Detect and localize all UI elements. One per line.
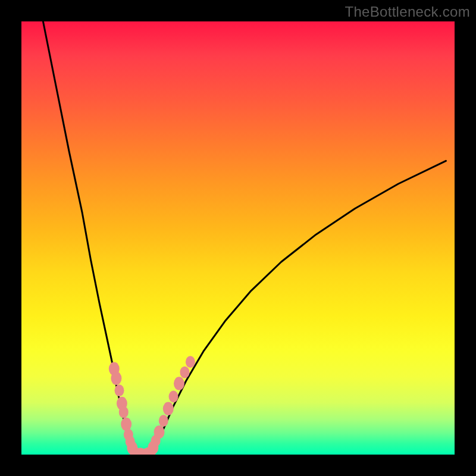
bead [154, 425, 165, 439]
bead [159, 415, 168, 427]
bead [115, 384, 124, 396]
bead [174, 377, 184, 390]
bead [121, 418, 131, 431]
plot-area [21, 21, 455, 455]
bead [169, 390, 178, 402]
bead [186, 356, 195, 368]
bead [111, 372, 121, 386]
bottleneck-curve [43, 21, 446, 455]
bead [180, 367, 189, 378]
beads-group [109, 356, 195, 455]
watermark-text: TheBottleneck.com [345, 4, 470, 20]
chart-frame: TheBottleneck.com [0, 0, 476, 476]
bead [119, 406, 129, 418]
bead [163, 402, 174, 416]
curve-layer [21, 21, 455, 455]
